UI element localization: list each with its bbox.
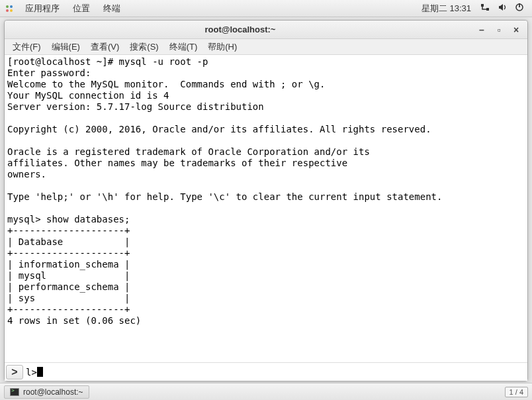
panel-menu-places[interactable]: 位置	[66, 3, 97, 15]
close-button[interactable]: ×	[510, 24, 522, 36]
terminal-output[interactable]: [root@localhost ~]# mysql -u root -pEnte…	[5, 55, 527, 362]
terminal-line: owners.	[7, 169, 525, 180]
terminal-prompt-row: > l>	[5, 362, 527, 381]
terminal-line: Enter password:	[7, 68, 525, 79]
terminal-line: [root@localhost ~]# mysql -u root -p	[7, 56, 525, 68]
terminal-line: +--------------------+	[7, 248, 525, 259]
terminal-line	[7, 180, 525, 191]
menu-file[interactable]: 文件(F)	[7, 41, 46, 53]
terminal-window: root@localhost:~ – ▫ × 文件(F) 编辑(E) 查看(V)…	[4, 20, 528, 381]
cursor-icon	[37, 367, 43, 377]
taskbar-item-label: root@localhost:~	[23, 387, 83, 397]
terminal-line: | sys |	[7, 293, 525, 304]
panel-menu-applications[interactable]: 应用程序	[19, 3, 66, 15]
panel-clock[interactable]: 星期二 13:31	[416, 3, 476, 15]
terminal-line: Welcome to the MySQL monitor. Commands e…	[7, 79, 525, 90]
menu-view[interactable]: 查看(V)	[85, 41, 124, 53]
workspace-switcher[interactable]: 1 / 4	[505, 387, 528, 397]
titlebar: root@localhost:~ – ▫ ×	[5, 21, 527, 39]
chevron-right-icon[interactable]: >	[6, 365, 23, 379]
terminal-line	[7, 135, 525, 146]
network-icon[interactable]	[476, 3, 494, 14]
minimize-button[interactable]: –	[476, 24, 488, 36]
svg-point-2	[6, 9, 9, 12]
menu-help[interactable]: 帮助(H)	[202, 41, 242, 53]
svg-point-3	[10, 9, 13, 12]
svg-point-1	[10, 5, 13, 8]
terminal-line: Oracle is a registered trademark of Orac…	[7, 146, 525, 158]
terminal-line	[7, 113, 525, 124]
terminal-line: +--------------------+	[7, 225, 525, 236]
svg-rect-4	[481, 4, 484, 7]
svg-point-0	[6, 5, 9, 8]
volume-icon[interactable]	[494, 3, 511, 14]
terminal-line: Server version: 5.7.17-log Source distri…	[7, 101, 525, 113]
terminal-icon	[10, 388, 19, 396]
terminal-prompt-tail[interactable]: l>	[26, 367, 43, 377]
terminal-line: | Database |	[7, 236, 525, 248]
menubar: 文件(F) 编辑(E) 查看(V) 搜索(S) 终端(T) 帮助(H)	[5, 39, 527, 55]
window-title: root@localhost:~	[10, 25, 470, 34]
menu-edit[interactable]: 编辑(E)	[46, 41, 85, 53]
panel-menu-terminal[interactable]: 终端	[97, 3, 127, 15]
terminal-line	[7, 203, 525, 214]
terminal-line: affiliates. Other names may be trademark…	[7, 158, 525, 169]
terminal-line: +--------------------+	[7, 304, 525, 315]
terminal-line	[7, 326, 525, 338]
terminal-line: | information_schema |	[7, 259, 525, 270]
menu-search[interactable]: 搜索(S)	[124, 41, 163, 53]
maximize-button[interactable]: ▫	[493, 24, 505, 36]
terminal-line: | mysql |	[7, 270, 525, 281]
top-panel: 应用程序 位置 终端 星期二 13:31	[0, 0, 532, 17]
terminal-line: Your MySQL connection id is 4	[7, 90, 525, 101]
terminal-line: Copyright (c) 2000, 2016, Oracle and/or …	[7, 124, 525, 135]
taskbar-item-terminal[interactable]: root@localhost:~	[4, 385, 89, 399]
terminal-line: 4 rows in set (0.06 sec)	[7, 315, 525, 326]
bottom-panel: root@localhost:~ 1 / 4	[0, 383, 532, 400]
terminal-line: mysql> show databases;	[7, 214, 525, 225]
menu-terminal[interactable]: 终端(T)	[164, 41, 203, 53]
terminal-line: | performance_schema |	[7, 281, 525, 293]
svg-rect-5	[486, 8, 489, 11]
distro-logo-icon	[4, 3, 15, 14]
power-icon[interactable]	[511, 3, 528, 14]
terminal-line: Type 'help;' or '\h' for help. Type '\c'…	[7, 191, 525, 203]
